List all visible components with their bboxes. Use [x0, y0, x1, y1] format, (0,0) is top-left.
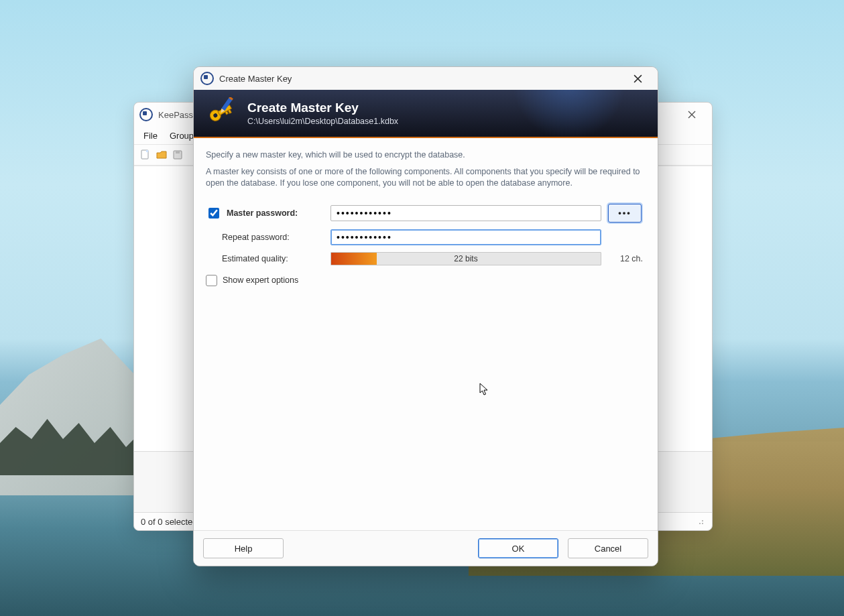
lock-icon: [200, 72, 214, 85]
master-password-label: Master password:: [227, 208, 298, 218]
create-master-key-dialog: Create Master Key: [193, 66, 658, 566]
quality-bits-text: 22 bits: [331, 253, 601, 265]
show-expert-options-label: Show expert options: [223, 275, 298, 285]
quality-meter: 22 bits: [330, 252, 601, 265]
resize-grip-icon[interactable]: [696, 517, 705, 526]
status-selection-count: 0 of 0 selected: [141, 517, 198, 527]
help-button[interactable]: Help: [203, 538, 284, 558]
keepass-title: KeePass: [158, 110, 193, 120]
keepass-close-button[interactable]: [677, 105, 707, 125]
estimated-quality-label: Estimated quality:: [206, 254, 324, 263]
cancel-button-label: Cancel: [595, 544, 621, 554]
master-password-input[interactable]: [330, 205, 601, 221]
repeat-password-input[interactable]: [330, 229, 601, 245]
char-count-text: 12 ch.: [608, 254, 646, 263]
dots-icon: •••: [618, 208, 631, 218]
master-password-checkbox[interactable]: [208, 208, 219, 219]
key-pencil-icon: [206, 97, 238, 129]
svg-rect-3: [176, 151, 180, 153]
intro-text-1: Specify a new master key, which will be …: [206, 150, 646, 160]
show-expert-options-checkbox[interactable]: [206, 275, 217, 286]
ok-button[interactable]: OK: [478, 538, 558, 558]
toolbar-save-icon[interactable]: [170, 147, 185, 162]
svg-rect-1: [146, 150, 148, 152]
dialog-close-button[interactable]: [624, 69, 651, 88]
dialog-heading: Create Master Key: [247, 101, 398, 115]
toggle-password-visibility-button[interactable]: •••: [608, 204, 642, 223]
dialog-banner: Create Master Key C:\Users\lui2m\Desktop…: [194, 90, 658, 138]
help-button-label: Help: [235, 544, 253, 554]
dialog-titlebar[interactable]: Create Master Key: [194, 67, 658, 90]
menu-file[interactable]: File: [143, 131, 158, 141]
dialog-content: Specify a new master key, which will be …: [194, 138, 658, 530]
toolbar-new-icon[interactable]: [138, 147, 153, 162]
dialog-button-bar: Help OK Cancel: [194, 530, 658, 566]
database-path: C:\Users\lui2m\Desktop\Database1.kdbx: [247, 117, 398, 126]
menu-group[interactable]: Group: [170, 131, 194, 141]
svg-rect-7: [228, 109, 231, 113]
lock-icon: [139, 108, 153, 121]
ok-button-label: OK: [512, 544, 525, 554]
svg-rect-8: [225, 111, 229, 115]
cancel-button[interactable]: Cancel: [568, 538, 648, 558]
dialog-window-title: Create Master Key: [219, 74, 292, 84]
repeat-password-label: Repeat password:: [206, 233, 324, 242]
intro-text-2: A master key consists of one or more of …: [206, 166, 646, 189]
toolbar-open-icon[interactable]: [154, 147, 169, 162]
